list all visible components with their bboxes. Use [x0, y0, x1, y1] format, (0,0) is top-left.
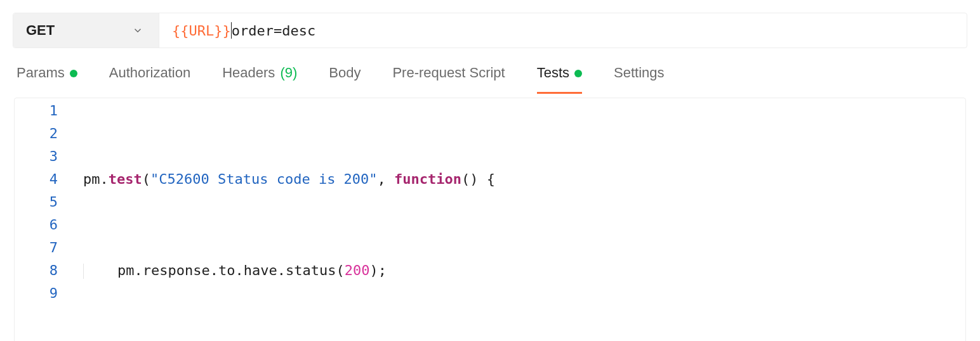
tab-label: Body: [329, 65, 361, 81]
headers-count: (9): [280, 65, 297, 81]
tab-params[interactable]: Params: [17, 65, 77, 94]
url-rest-text: order=desc: [232, 23, 315, 39]
line-number: 3: [15, 145, 58, 168]
chevron-down-icon: [132, 25, 143, 36]
tab-label: Pre-request Script: [392, 65, 505, 81]
url-variable-token: {{URL}}: [172, 23, 231, 39]
tab-label: Authorization: [109, 65, 190, 81]
tab-label: Headers: [222, 65, 275, 81]
tab-prerequest-script[interactable]: Pre-request Script: [392, 65, 505, 94]
request-editor-panel: GET {{URL}}order=desc Params Authorizati…: [0, 13, 980, 341]
tab-headers[interactable]: Headers (9): [222, 65, 297, 94]
code-content[interactable]: pm.test("C52600 Status code is 200", fun…: [72, 98, 965, 341]
tab-settings[interactable]: Settings: [614, 65, 665, 94]
tab-body[interactable]: Body: [329, 65, 361, 94]
tests-editor: 1 2 3 4 5 6 7 8 9 pm.test("C52600 Status…: [14, 98, 966, 341]
tab-label: Tests: [537, 65, 569, 81]
request-sections-tabs: Params Authorization Headers (9) Body Pr…: [0, 48, 980, 94]
line-number: 8: [15, 259, 58, 282]
status-dot-icon: [70, 70, 77, 77]
url-bar: GET {{URL}}order=desc: [13, 13, 967, 48]
line-number: 2: [15, 122, 58, 145]
line-number-gutter: 1 2 3 4 5 6 7 8 9: [15, 98, 72, 341]
http-method-select[interactable]: GET: [13, 13, 159, 48]
line-number: 7: [15, 236, 58, 259]
tab-label: Params: [17, 65, 65, 81]
tab-label: Settings: [614, 65, 665, 81]
status-dot-icon: [574, 70, 582, 77]
url-input[interactable]: {{URL}}order=desc: [159, 13, 967, 48]
line-number: 1: [15, 100, 58, 122]
line-number: 9: [15, 282, 58, 305]
code-line: pm.test("C52600 Status code is 200", fun…: [83, 168, 965, 191]
line-number: 4: [15, 168, 58, 191]
tab-tests[interactable]: Tests: [537, 65, 582, 94]
line-number: 6: [15, 214, 58, 236]
line-number: 5: [15, 191, 58, 214]
http-method-label: GET: [26, 22, 55, 39]
tab-authorization[interactable]: Authorization: [109, 65, 190, 94]
code-line: pm.response.to.have.status(200);: [83, 259, 965, 282]
code-editor[interactable]: 1 2 3 4 5 6 7 8 9 pm.test("C52600 Status…: [15, 98, 965, 341]
